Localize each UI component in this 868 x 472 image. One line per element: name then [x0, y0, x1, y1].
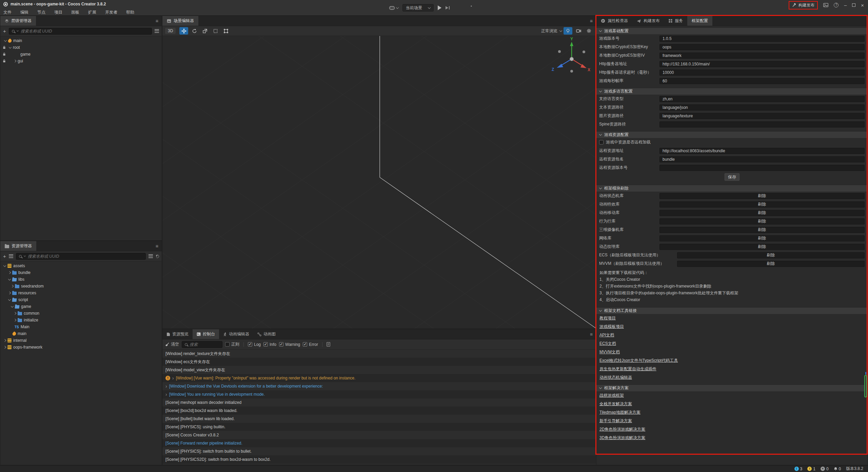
log-row[interactable]: [Scene] [bullet]:bullet wasm lib loaded.	[162, 415, 596, 423]
tree-item-bundle[interactable]: bundle	[0, 269, 162, 276]
link-guide-solution[interactable]: 新手引导解决方案	[599, 418, 632, 424]
collapse-icon[interactable]	[11, 285, 14, 288]
filter-log-checkbox[interactable]: Log	[248, 342, 261, 347]
log-row-warning[interactable]: [Window] [Vue warn]: Property "onInput" …	[162, 374, 596, 382]
collapse-icon[interactable]	[8, 292, 11, 294]
scene-viewport[interactable]: Y X Z	[162, 36, 596, 329]
tree-item-oops-framework[interactable]: oops-framework	[0, 344, 162, 351]
menu-panel[interactable]: 面板	[71, 9, 79, 15]
menu-developer[interactable]: 开发者	[105, 9, 117, 15]
expand-icon[interactable]	[3, 264, 6, 267]
filter-warning-checkbox[interactable]: Warning	[279, 342, 300, 347]
refresh-icon[interactable]	[156, 255, 159, 258]
log-row[interactable]: [Scene] [PHYSICS2D]: switch from box2d-w…	[162, 455, 596, 464]
notification-badge[interactable]: 0	[834, 467, 841, 471]
link-fullstack-solution[interactable]: 全栈开发解决方案	[599, 401, 632, 407]
tab-animation-editor[interactable]: 动画编辑器	[219, 329, 253, 339]
remove-module-button[interactable]: 剔除	[758, 218, 766, 224]
expand-icon[interactable]	[165, 383, 167, 389]
tree-item-resources[interactable]: resources	[0, 290, 162, 296]
section-game-basic-config[interactable]: 游戏基础配置	[596, 27, 868, 34]
crypto-key-input[interactable]: oops	[659, 44, 865, 50]
log-row-info[interactable]: [Window] Download the Vue Devtools exten…	[162, 382, 596, 390]
link-3d-rpg-solution[interactable]: 3D角色扮演游戏解决方案	[599, 435, 645, 441]
move-tool-button[interactable]	[179, 27, 188, 35]
collapse-icon[interactable]	[3, 339, 6, 342]
expand-icon[interactable]	[4, 39, 7, 41]
info-count-badge[interactable]: 3	[794, 467, 803, 471]
minimize-button[interactable]	[844, 2, 847, 8]
lang-texture-path-input[interactable]: language/texture	[659, 113, 865, 119]
link-animator-editor[interactable]: 动画状态机编辑器	[599, 375, 632, 380]
tab-animation-graph[interactable]: 动画图	[253, 329, 280, 339]
view-mode-dropdown[interactable]: 正常浏览	[541, 28, 562, 34]
warning-count-badge[interactable]: 1	[807, 467, 815, 471]
build-publish-button[interactable]: 构建发布	[789, 1, 818, 9]
tab-asset-preview[interactable]: 资源预览	[162, 329, 193, 339]
section-resource-config[interactable]: 游戏资源配置	[596, 131, 868, 138]
link-ecs-docs[interactable]: ECS文档	[599, 341, 616, 347]
log-row[interactable]: [Window] model_view文件夹存在	[162, 366, 596, 374]
link-api-docs[interactable]: API文档	[599, 332, 614, 338]
log-row-info[interactable]: [Scene] Forward render pipeline initiali…	[162, 439, 596, 447]
preview-image-icon[interactable]	[823, 3, 828, 7]
search-options-icon[interactable]	[24, 255, 26, 257]
section-doc-links[interactable]: 框架文档工具链接	[596, 307, 868, 314]
log-file-icon[interactable]	[327, 342, 330, 347]
section-module-trim[interactable]: 框架模块剔除	[596, 185, 868, 192]
remote-load-checkbox[interactable]	[599, 140, 604, 144]
scene-settings-gear-icon[interactable]	[585, 27, 593, 35]
log-row-info[interactable]: [Window] You are running Vue in developm…	[162, 390, 596, 398]
link-tutorial-project[interactable]: 教程项目	[599, 315, 616, 321]
tab-console[interactable]: 控制台	[193, 329, 219, 339]
menu-help[interactable]: 帮助	[126, 9, 134, 15]
hierarchy-search-input[interactable]	[21, 29, 149, 34]
spine-path-input[interactable]	[659, 121, 865, 127]
game-version-input[interactable]: 1.0.5	[659, 36, 865, 42]
link-excel-tool[interactable]: Excel格式转Json文件与TypeScript代码工具	[599, 358, 678, 363]
filter-info-checkbox[interactable]: Info	[263, 342, 276, 347]
http-timeout-input[interactable]: 10000	[659, 70, 865, 76]
add-node-button[interactable]	[3, 28, 6, 34]
http-server-input[interactable]: http://192.168.0.150/main/	[659, 61, 865, 67]
tree-item-main[interactable]: main	[0, 37, 162, 44]
regex-checkbox[interactable]: 正则	[225, 341, 239, 347]
expand-icon[interactable]	[11, 304, 14, 307]
lock-icon[interactable]	[3, 52, 6, 57]
tree-item-gui[interactable]: gui	[0, 58, 162, 64]
current-scene-select[interactable]: 当前场景	[402, 4, 434, 12]
remove-module-button[interactable]: 剔除	[758, 193, 766, 199]
scale-tool-button[interactable]	[200, 27, 209, 35]
layout-grid-button[interactable]	[471, 5, 472, 6]
panel-menu-icon[interactable]	[152, 18, 162, 24]
tab-assets[interactable]: 资源管理器	[0, 241, 36, 251]
inspector-scrollbar-thumb[interactable]	[864, 375, 867, 397]
log-row[interactable]: [Scene] [PHYSICS]: switch from builtin t…	[162, 447, 596, 455]
expand-icon[interactable]	[9, 45, 12, 48]
expand-icon[interactable]	[172, 375, 174, 381]
tree-item-script[interactable]: script	[0, 296, 162, 303]
log-row[interactable]: [Window] render_texture文件夹存在	[162, 350, 596, 358]
sort-assets-icon[interactable]	[9, 254, 13, 258]
assets-search-input[interactable]	[28, 254, 143, 259]
anchor-tool-button[interactable]	[221, 27, 230, 35]
search-options-icon[interactable]	[17, 29, 19, 32]
close-button[interactable]	[861, 2, 864, 8]
frame-rate-input[interactable]: 60	[659, 78, 865, 84]
collapse-icon[interactable]	[14, 60, 16, 62]
remote-url-input[interactable]: http://localhost:8083/assets/bundle	[659, 148, 865, 154]
remove-module-button[interactable]: 剔除	[758, 244, 766, 250]
tree-item-root[interactable]: root	[0, 44, 162, 51]
remove-module-button[interactable]: 剔除	[767, 261, 775, 267]
menu-edit[interactable]: 编辑	[20, 9, 28, 15]
tab-service[interactable]: 服务	[664, 16, 687, 26]
tree-item-main-scene[interactable]: main	[0, 330, 162, 337]
link-hotupdate-plugin[interactable]: 原生包热更新配置自动生成插件	[599, 366, 656, 372]
section-i18n-config[interactable]: 游戏多语言配置	[596, 88, 868, 95]
link-tiledmap-solution[interactable]: Tiledmap地图解决方案	[599, 410, 640, 415]
console-log-list[interactable]: [Window] render_texture文件夹存在 [Window] ec…	[162, 350, 596, 465]
help-icon[interactable]	[834, 3, 839, 7]
collapse-icon[interactable]	[3, 346, 6, 349]
collapse-icon[interactable]	[8, 271, 11, 274]
collapse-icon[interactable]	[14, 319, 16, 321]
